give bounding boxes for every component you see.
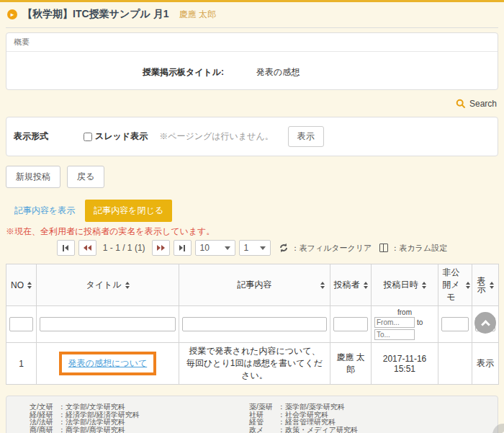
page-title: 【秋学期】ITC授業サンプル 月1 [22,8,169,21]
table-row: 1 発表の感想について 授業で発表された内容について、 毎回ひとり1回は感想を書… [6,343,499,385]
sort-icon[interactable] [125,282,130,289]
chevron-up-icon [481,320,490,329]
search-label: Search [469,99,497,109]
sort-icon[interactable] [466,282,470,289]
tab-show-article-content[interactable]: 記事内容を表示 [6,200,84,222]
sort-icon[interactable] [490,282,494,289]
back-button[interactable]: 戻る [67,166,104,188]
paging-note: ※ページングは行いません。 [159,130,274,143]
sort-icon[interactable] [364,282,368,289]
column-config-label: ：表カラム設定 [391,243,447,254]
col-header-content[interactable]: 記事内容 [238,279,272,291]
page-number-select[interactable]: 1 [239,240,271,256]
sort-icon[interactable] [422,282,426,289]
page-number-value: 1 [244,243,249,253]
posts-table: NO タイトル 記事内容 投稿者 投稿日時 非公開メモ 表示 from to [6,264,499,385]
col-header-author[interactable]: 投稿者 [334,279,360,291]
faculty-legend-panel: 文/文研：文学部/文学研究科 経/経研：経済学部/経済学研究科 法/法研：法学部… [6,396,498,433]
page-range-text: 1 - 1 / 1 (1) [100,243,148,253]
col-header-show[interactable]: 表示 [477,277,486,293]
cell-content: 授業で発表された内容について、 毎回ひとり1回は感想を書いてください。 [179,343,330,385]
chevron-down-icon [225,246,230,250]
filter-memo-input[interactable] [441,317,469,331]
filter-author-input[interactable] [333,317,368,331]
first-page-button[interactable] [57,240,75,256]
filter-date-from-input[interactable] [374,317,415,328]
scroll-to-top-button[interactable] [474,312,496,334]
legend-item: 政メ：政策・メディア研究科 [249,427,417,433]
legend-item: 商/商研：商学部/商学研究科 [30,427,249,433]
content-tabs: 記事内容を表示 記事内容を閉じる [6,200,498,222]
chevron-down-icon [260,246,266,250]
next-page-button[interactable] [152,240,170,256]
board-title-label: 授業掲示板タイトル: [6,66,224,79]
cell-author: 慶應 太郎 [330,343,372,385]
filter-clear-label: ：表フィルタークリア [292,243,372,254]
header-divider [6,27,498,28]
display-format-label: 表示形式 [14,130,84,143]
page-size-value: 10 [200,243,210,253]
legend-item: 法/法研：法学部/法学研究科 [30,419,249,427]
filter-title-input[interactable] [40,317,176,331]
cell-date: 2017-11-16 15:51 [372,343,438,385]
page-header: ▸ 【秋学期】ITC授業サンプル 月1 慶應 太郎 [6,2,498,27]
post-title-link[interactable]: 発表の感想について [68,358,147,368]
cell-no: 1 [6,343,37,385]
cell-title: 発表の感想について [37,343,179,385]
annotation-highlight-box: 発表の感想について [59,352,156,375]
col-header-memo[interactable]: 非公開メモ [440,267,462,303]
real-name-notice: ※現在、全利用者に投稿者の実名を表示しています。 [6,226,498,238]
filter-no-input[interactable] [9,317,33,331]
col-header-title[interactable]: タイトル [86,279,121,291]
filter-clear-icon[interactable] [279,243,289,253]
legend-item: 文/文研：文学部/文学研究科 [30,403,249,411]
overview-panel-title: 概要 [6,33,498,52]
user-name-link[interactable]: 慶應 太郎 [179,9,216,21]
cell-show[interactable]: 表示 [472,343,499,385]
display-format-panel: 表示形式 スレッド表示 ※ページングは行いません。 表示 [6,117,498,156]
filter-content-input[interactable] [182,317,327,331]
search-icon [456,99,466,109]
sort-icon[interactable] [27,282,32,289]
date-from-label: from [374,308,435,316]
cell-memo [438,343,472,385]
prev-page-button[interactable] [78,240,96,256]
col-header-date[interactable]: 投稿日時 [384,279,418,291]
table-filter-row: from to [6,306,499,343]
arrow-right-icon: ▸ [7,9,17,19]
filter-date-to-input[interactable] [374,329,415,340]
date-to-label: to [417,318,423,326]
thread-display-checkbox[interactable] [84,133,92,141]
thread-display-label: スレッド表示 [95,130,148,143]
sort-icon[interactable] [320,282,325,289]
table-header-row: NO タイトル 記事内容 投稿者 投稿日時 非公開メモ 表示 [6,264,499,306]
tab-close-article-content[interactable]: 記事内容を閉じる [85,200,172,222]
pagination-bar: 1 - 1 / 1 (1) 10 1 ：表フィルタークリア ：表カラム設定 [6,240,498,256]
board-title-value: 発表の感想 [256,66,300,79]
display-button[interactable]: 表示 [288,126,324,147]
legend-item: 経管：経営管理研究科 [249,419,417,427]
column-config-icon[interactable] [379,244,388,252]
search-link[interactable]: Search [456,99,497,109]
col-header-no[interactable]: NO [11,280,24,290]
last-page-button[interactable] [174,240,192,256]
page-size-select[interactable]: 10 [195,240,235,256]
legend-item: 薬/薬研：薬学部/薬学研究科 [249,403,417,411]
overview-panel: 概要 授業掲示板タイトル: 発表の感想 [6,32,498,90]
new-post-button[interactable]: 新規投稿 [6,166,60,188]
